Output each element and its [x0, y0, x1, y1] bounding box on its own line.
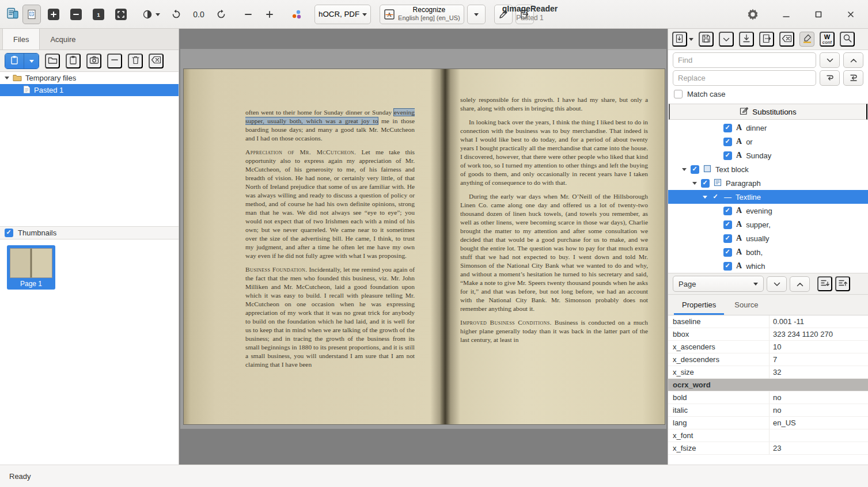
replace-all-button[interactable] — [843, 70, 863, 86]
substitutions-button[interactable]: Substitutions — [669, 104, 867, 120]
hocr-paragraph-row[interactable]: Paragraph — [668, 176, 868, 190]
file-row-pasted-1[interactable]: Pasted 1 — [0, 84, 179, 96]
settings-button[interactable] — [742, 5, 763, 24]
zoom-fit-button[interactable] — [111, 5, 131, 24]
hocr-word-row[interactable]: evening — [668, 204, 868, 218]
property-row[interactable]: baseline0.001 -11 — [668, 315, 868, 328]
paragraph-checkbox[interactable] — [701, 179, 710, 188]
temporary-files-folder-row[interactable]: Temporary files — [0, 72, 179, 84]
export-document-button[interactable] — [759, 32, 774, 47]
rotation-angle-spinner[interactable]: 0.0 — [188, 10, 209, 19]
import-text-button[interactable] — [739, 32, 754, 47]
replace-button[interactable] — [820, 70, 840, 86]
thumbnail-page-1[interactable]: Page 1 — [7, 245, 55, 290]
recognize-label: Recognize — [413, 6, 446, 14]
add-image-dropdown[interactable] — [24, 54, 39, 69]
save-dropdown[interactable] — [719, 32, 734, 47]
property-row[interactable]: x_font — [668, 429, 868, 442]
expander-icon[interactable] — [682, 168, 687, 173]
maximize-button[interactable] — [809, 5, 828, 24]
paste-button[interactable] — [66, 54, 81, 69]
word-checkbox[interactable] — [723, 124, 732, 132]
image-controls-button[interactable] — [287, 5, 306, 24]
find-input[interactable] — [673, 52, 816, 68]
replace-input[interactable] — [673, 70, 816, 86]
screenshot-button[interactable] — [86, 54, 101, 69]
rotate-right-button[interactable] — [212, 5, 230, 24]
property-row[interactable]: boldno — [668, 391, 868, 404]
property-row[interactable]: x_ascenders10 — [668, 341, 868, 353]
document-canvas[interactable]: often went to their home for Sunday dinn… — [179, 29, 668, 465]
remove-image-button[interactable] — [107, 54, 122, 69]
ocr-output-mode-dropdown[interactable]: hOCR, PDF — [314, 5, 371, 24]
close-button[interactable] — [842, 5, 860, 24]
hocr-word-row[interactable]: or — [668, 135, 868, 149]
paragraph: Business Foundation. Incidentally, let m… — [245, 265, 415, 369]
property-row[interactable]: x_size32 — [668, 366, 868, 379]
chevron-down-icon[interactable] — [689, 38, 693, 43]
save-hocr-button[interactable] — [699, 32, 714, 47]
word-checkbox[interactable] — [723, 220, 732, 229]
select-region-tool-button[interactable] — [22, 5, 41, 24]
open-hocr-button[interactable] — [672, 32, 687, 47]
add-image-button[interactable] — [5, 54, 24, 69]
angle-increase-button[interactable] — [260, 5, 279, 24]
tab-source[interactable]: Source — [726, 295, 766, 315]
word-checkbox[interactable] — [723, 234, 732, 243]
word-checkbox[interactable] — [723, 138, 732, 146]
hocr-word-row[interactable]: usually — [668, 231, 868, 245]
zoom-original-button[interactable]: 1 — [89, 5, 108, 24]
word-checkbox[interactable] — [723, 262, 732, 271]
block-checkbox[interactable] — [691, 165, 699, 174]
hocr-textblock-row[interactable]: Text block — [668, 162, 868, 176]
property-row[interactable]: langen_US — [668, 417, 868, 429]
textline-checkbox[interactable] — [711, 193, 720, 201]
thumbnails-checkbox[interactable] — [5, 229, 13, 237]
rotate-left-button[interactable] — [167, 5, 185, 24]
find-previous-button[interactable] — [843, 52, 863, 68]
hocr-word-row[interactable]: Sunday — [668, 149, 868, 162]
expander-icon[interactable] — [692, 182, 697, 187]
property-row[interactable]: x_descenders7 — [668, 353, 868, 366]
zoom-out-button[interactable] — [66, 5, 86, 24]
highlight-mode-toggle[interactable] — [799, 32, 814, 47]
expand-all-button[interactable] — [817, 276, 832, 291]
hocr-word-row[interactable]: dinner — [668, 121, 868, 135]
hocr-word-row[interactable]: supper, — [668, 218, 868, 231]
match-case-checkbox[interactable] — [674, 90, 683, 98]
recognize-button[interactable]: A Recognize English [eng] (en_US) — [380, 5, 464, 24]
previous-item-button[interactable] — [790, 276, 810, 292]
delete-file-button[interactable] — [128, 54, 143, 69]
zoom-in-button[interactable] — [44, 5, 63, 24]
hocr-textline-row-selected[interactable]: Textline — [668, 190, 868, 204]
property-row[interactable]: x_fsize23 — [668, 442, 868, 455]
hocr-word-row[interactable]: which — [668, 259, 868, 273]
tab-acquire[interactable]: Acquire — [40, 29, 86, 50]
navigation-target-dropdown[interactable]: Page — [673, 276, 764, 292]
word-checkbox[interactable] — [723, 151, 732, 160]
app-title: gImageReader — [487, 4, 573, 13]
find-next-button[interactable] — [820, 52, 840, 68]
hocr-word-row[interactable]: both, — [668, 245, 868, 259]
clear-files-button[interactable] — [149, 54, 164, 69]
backspace-icon — [782, 35, 792, 44]
next-item-button[interactable] — [767, 276, 787, 292]
expander-icon[interactable] — [5, 77, 9, 82]
scan-image[interactable]: often went to their home for Sunday dinn… — [180, 49, 666, 429]
open-file-button[interactable] — [45, 54, 60, 69]
word-checkbox[interactable] — [723, 207, 732, 215]
tab-files[interactable]: Files — [2, 29, 40, 50]
property-row[interactable]: bbox323 234 1120 270 — [668, 328, 868, 341]
tab-properties[interactable]: Properties — [674, 295, 724, 315]
word-checkbox[interactable] — [723, 248, 732, 257]
show-confidence-toggle[interactable]: Wconf — [820, 32, 835, 47]
collapse-all-button[interactable] — [835, 276, 850, 291]
find-replace-toggle[interactable] — [840, 32, 855, 47]
expander-icon[interactable] — [703, 196, 707, 201]
clear-hocr-button[interactable] — [779, 32, 794, 47]
minimize-button[interactable] — [777, 5, 795, 24]
rotate-mode-dropdown[interactable] — [138, 5, 164, 24]
angle-decrease-button[interactable] — [239, 5, 257, 24]
recognize-language-dropdown[interactable] — [467, 5, 486, 24]
property-row[interactable]: italicno — [668, 404, 868, 417]
